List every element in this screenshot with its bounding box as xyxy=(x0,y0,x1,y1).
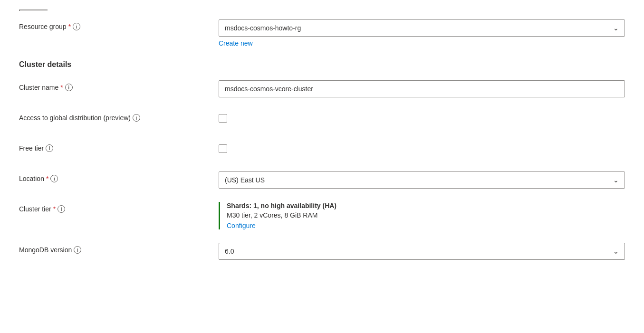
cluster-tier-row: Cluster tier * i Shards: 1, no high avai… xyxy=(19,202,625,229)
access-global-distribution-label-text: Access to global distribution (preview) xyxy=(19,114,131,122)
location-chevron-icon: ⌄ xyxy=(613,176,619,184)
cluster-name-row: Cluster name * i xyxy=(19,80,625,97)
page-container: Resource group * i msdocs-cosmos-howto-r… xyxy=(0,0,644,333)
free-tier-label: Free tier i xyxy=(19,141,219,152)
location-dropdown[interactable]: (US) East US ⌄ xyxy=(219,171,625,189)
cluster-name-label: Cluster name * i xyxy=(19,80,219,91)
cluster-name-input[interactable] xyxy=(219,80,625,97)
cluster-tier-subtitle: M30 tier, 2 vCores, 8 GiB RAM xyxy=(227,211,625,219)
cluster-tier-title: Shards: 1, no high availability (HA) xyxy=(227,202,625,209)
resource-group-label-text: Resource group xyxy=(19,23,67,30)
cluster-tier-label: Cluster tier * i xyxy=(19,202,219,213)
mongodb-version-dropdown[interactable]: 6.0 ⌄ xyxy=(219,243,625,260)
cluster-tier-info-icon[interactable]: i xyxy=(58,205,65,213)
cluster-name-required: * xyxy=(60,84,63,91)
resource-group-chevron-icon: ⌄ xyxy=(613,24,619,32)
access-global-distribution-info-icon[interactable]: i xyxy=(133,114,140,122)
location-value: (US) East US xyxy=(225,176,265,184)
free-tier-checkbox[interactable] xyxy=(219,144,227,153)
mongodb-version-label-text: MongoDB version xyxy=(19,246,72,254)
location-label: Location * i xyxy=(19,171,219,182)
mongodb-version-control-wrapper: 6.0 ⌄ xyxy=(219,243,625,260)
mongodb-version-value: 6.0 xyxy=(225,247,234,255)
free-tier-row: Free tier i xyxy=(19,141,625,158)
cluster-name-info-icon[interactable]: i xyxy=(65,84,73,91)
mongodb-version-info-icon[interactable]: i xyxy=(74,246,81,254)
cluster-tier-content: Shards: 1, no high availability (HA) M30… xyxy=(219,202,625,229)
free-tier-control-wrapper xyxy=(219,141,625,153)
access-global-distribution-checkbox[interactable] xyxy=(219,114,227,123)
resource-group-required: * xyxy=(68,23,71,30)
access-global-distribution-control-wrapper xyxy=(219,111,625,123)
configure-link[interactable]: Configure xyxy=(227,222,256,229)
free-tier-info-icon[interactable]: i xyxy=(46,144,53,152)
location-required: * xyxy=(46,175,48,182)
cluster-tier-required: * xyxy=(53,205,56,213)
location-label-text: Location xyxy=(19,175,44,182)
top-border-decoration xyxy=(19,10,48,11)
location-row: Location * i (US) East US ⌄ xyxy=(19,171,625,189)
resource-group-row: Resource group * i msdocs-cosmos-howto-r… xyxy=(19,19,625,47)
cluster-tier-control-wrapper: Shards: 1, no high availability (HA) M30… xyxy=(219,202,625,229)
mongodb-version-row: MongoDB version i 6.0 ⌄ xyxy=(19,243,625,260)
resource-group-info-icon[interactable]: i xyxy=(73,23,80,30)
cluster-name-control-wrapper xyxy=(219,80,625,97)
mongodb-version-chevron-icon: ⌄ xyxy=(613,247,619,255)
mongodb-version-label: MongoDB version i xyxy=(19,243,219,254)
resource-group-control-wrapper: msdocs-cosmos-howto-rg ⌄ Create new xyxy=(219,19,625,47)
cluster-tier-label-text: Cluster tier xyxy=(19,205,51,213)
cluster-name-label-text: Cluster name xyxy=(19,84,58,91)
location-control-wrapper: (US) East US ⌄ xyxy=(219,171,625,189)
location-info-icon[interactable]: i xyxy=(50,175,58,182)
access-global-distribution-label: Access to global distribution (preview) … xyxy=(19,111,219,122)
create-new-link[interactable]: Create new xyxy=(219,39,253,47)
cluster-details-header: Cluster details xyxy=(19,60,625,69)
access-global-distribution-row: Access to global distribution (preview) … xyxy=(19,111,625,128)
resource-group-label: Resource group * i xyxy=(19,19,219,30)
resource-group-value: msdocs-cosmos-howto-rg xyxy=(225,24,301,32)
resource-group-dropdown[interactable]: msdocs-cosmos-howto-rg ⌄ xyxy=(219,19,625,37)
free-tier-label-text: Free tier xyxy=(19,144,44,152)
